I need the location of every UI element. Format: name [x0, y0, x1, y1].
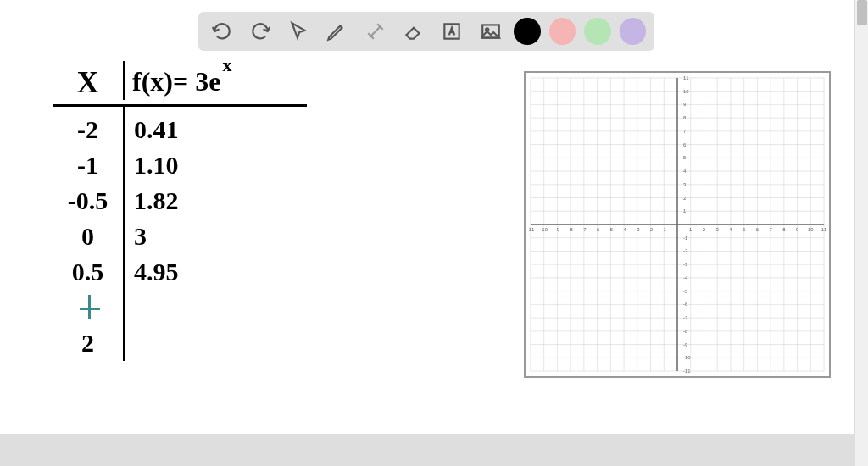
scrollbar-thumb[interactable]	[857, 0, 867, 25]
grid-svg: -11-10-9-8-7-6-5-4-3-2-11234567891011-11…	[526, 73, 829, 376]
svg-text:-3: -3	[635, 227, 640, 232]
svg-text:1: 1	[683, 208, 686, 214]
svg-text:-6: -6	[683, 302, 688, 307]
svg-text:-5: -5	[609, 227, 614, 232]
color-black[interactable]	[514, 18, 540, 45]
fx-val: 4.95	[134, 254, 179, 290]
header-fx: f(x)= 3ex	[125, 61, 220, 97]
table-header: X f(x)= 3ex	[53, 61, 307, 107]
svg-text:-7: -7	[683, 315, 687, 320]
svg-text:9: 9	[796, 227, 799, 232]
x-val: -2	[77, 112, 98, 147]
fx-column: 0.41 1.10 1.82 3 4.95	[125, 107, 179, 361]
color-green[interactable]	[584, 18, 610, 45]
svg-text:-1: -1	[683, 236, 687, 241]
svg-text:11: 11	[683, 75, 689, 80]
fx-val: 3	[134, 219, 179, 254]
pencil-button[interactable]	[320, 14, 353, 48]
fx-val: 1.82	[134, 183, 179, 219]
svg-text:-3: -3	[683, 262, 688, 267]
text-icon	[441, 20, 463, 42]
vertical-scrollbar[interactable]	[854, 0, 868, 466]
fx-val	[134, 290, 179, 325]
redo-button[interactable]	[243, 14, 276, 48]
fx-val	[134, 325, 179, 361]
footer-shadow	[0, 434, 868, 466]
header-fx-exp: x	[222, 54, 231, 76]
color-pink[interactable]	[549, 18, 576, 45]
x-val: 0.5	[72, 254, 104, 290]
tools-button[interactable]	[359, 14, 392, 48]
color-purple[interactable]	[620, 18, 646, 45]
svg-text:1: 1	[689, 227, 692, 232]
svg-text:10: 10	[683, 89, 689, 94]
svg-text:-1: -1	[662, 227, 666, 232]
table-body: -2 -1 -0.5 0 0.5 2 0.41 1.10 1.82 3 4.95	[53, 107, 307, 361]
svg-text:7: 7	[769, 227, 771, 232]
svg-text:-4: -4	[621, 227, 626, 232]
svg-text:-2: -2	[648, 227, 653, 232]
x-column: -2 -1 -0.5 0 0.5 2	[53, 107, 125, 361]
x-val: 0	[81, 219, 94, 254]
coordinate-grid: -11-10-9-8-7-6-5-4-3-2-11234567891011-11…	[524, 71, 831, 378]
svg-text:6: 6	[756, 227, 760, 232]
redo-icon	[249, 20, 271, 42]
svg-text:-9: -9	[683, 342, 688, 347]
svg-text:-11: -11	[527, 227, 535, 232]
svg-text:-10: -10	[540, 227, 548, 232]
image-icon	[480, 20, 502, 42]
svg-text:-2: -2	[683, 248, 687, 253]
svg-text:2: 2	[683, 196, 686, 201]
image-button[interactable]	[474, 14, 507, 48]
svg-text:-5: -5	[683, 289, 688, 294]
header-x: X	[53, 61, 125, 100]
svg-text:-11: -11	[683, 369, 691, 374]
fx-val: 0.41	[134, 112, 179, 147]
undo-button[interactable]	[205, 14, 238, 48]
header-fx-main: f(x)= 3e	[132, 66, 220, 97]
pointer-icon	[287, 20, 309, 42]
eraser-button[interactable]	[397, 14, 430, 48]
tools-icon	[364, 20, 387, 42]
handwritten-table: X f(x)= 3ex -2 -1 -0.5 0 0.5 2 0.41 1.10…	[53, 61, 307, 400]
svg-text:2: 2	[703, 227, 705, 232]
text-button[interactable]	[436, 14, 469, 48]
fx-val: 1.10	[134, 147, 179, 183]
svg-text:-7: -7	[581, 227, 586, 232]
svg-text:-10: -10	[683, 355, 691, 360]
svg-text:8: 8	[782, 227, 786, 232]
svg-text:-9: -9	[555, 227, 560, 232]
x-val: -0.5	[68, 183, 108, 219]
svg-text:10: 10	[808, 227, 814, 232]
svg-text:-4: -4	[683, 275, 688, 280]
one-with-cross	[85, 290, 92, 325]
svg-text:3: 3	[716, 227, 720, 232]
x-val: 2	[81, 325, 94, 361]
svg-text:-8: -8	[683, 329, 688, 334]
svg-text:5: 5	[743, 227, 746, 232]
drawing-toolbar	[198, 12, 654, 51]
svg-text:7: 7	[683, 129, 686, 134]
svg-text:11: 11	[821, 227, 827, 232]
x-val	[85, 290, 92, 325]
pointer-button[interactable]	[282, 14, 315, 48]
svg-text:-8: -8	[569, 227, 574, 232]
eraser-icon	[403, 20, 425, 42]
x-val: -1	[77, 147, 98, 183]
svg-text:4: 4	[729, 227, 732, 232]
svg-text:-6: -6	[595, 227, 600, 232]
undo-icon	[211, 20, 233, 42]
pencil-icon	[326, 20, 348, 42]
